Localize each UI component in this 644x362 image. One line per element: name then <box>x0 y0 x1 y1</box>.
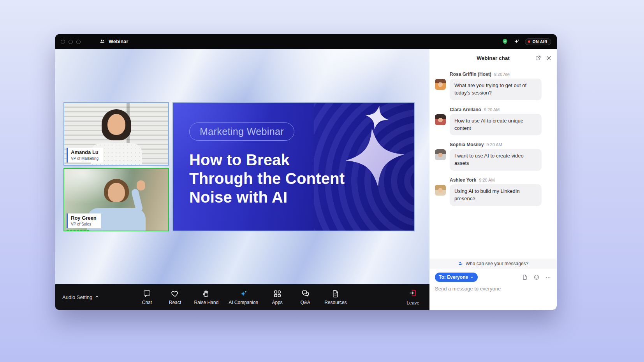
attach-file-icon[interactable] <box>522 274 528 280</box>
chat-message: Ashlee York9:20 AM Using AI to build my … <box>435 177 551 206</box>
titlebar: Webinar ON AIR <box>55 34 557 49</box>
window-zoom-button[interactable] <box>76 40 81 44</box>
stage: Amanda Lu VP of Marketing Roy Green VP o… <box>55 49 429 310</box>
slide-title: How to Break Through the Content Noise w… <box>189 150 345 206</box>
speaker-name-tag: Amanda Lu VP of Marketing <box>67 148 103 163</box>
avatar <box>435 185 446 196</box>
audio-setting-label: Audio Setting <box>62 294 92 300</box>
titlebar-right: ON AIR <box>501 38 551 45</box>
chevron-up-icon <box>95 294 99 300</box>
leave-label: Leave <box>406 300 419 306</box>
chat-title: Webinar chat <box>477 55 510 61</box>
window-title-group: Webinar <box>99 38 128 45</box>
apps-button[interactable]: Apps <box>265 287 289 307</box>
raise-hand-label: Raise Hand <box>194 300 218 305</box>
chat-icon <box>143 289 151 298</box>
chat-message-list: Rosa Griffin (Host)9:20 AM What are you … <box>429 67 557 259</box>
window-title: Webinar <box>109 39 128 44</box>
react-button[interactable]: React <box>163 287 187 307</box>
on-air-label: ON AIR <box>533 40 547 44</box>
raise-hand-button[interactable]: Raise Hand <box>191 287 222 307</box>
message-bubble: Using AI to build my LinkedIn presence <box>450 184 542 206</box>
message-time: 9:20 AM <box>486 142 502 147</box>
speaker-role: VP of Marketing <box>71 156 99 161</box>
slide-star-decoration <box>342 125 407 190</box>
message-time: 9:20 AM <box>494 72 510 77</box>
chat-button[interactable]: Chat <box>135 287 159 307</box>
meeting-toolbar: Audio Setting Chat <box>55 284 429 310</box>
avatar <box>435 79 446 90</box>
qa-label: Q&A <box>301 300 310 305</box>
emoji-icon[interactable] <box>533 274 540 280</box>
chevron-down-icon <box>470 275 474 279</box>
participants-icon <box>99 38 106 45</box>
message-author: Clara Arellano <box>450 107 481 112</box>
security-shield-icon[interactable] <box>501 38 509 45</box>
message-bubble: How to use AI to create unique content <box>450 114 542 136</box>
slide-badge: Marketing Webinar <box>189 122 294 141</box>
webinar-window: Webinar ON AIR <box>55 34 557 310</box>
raise-hand-icon <box>202 289 211 298</box>
ai-sparkle-icon[interactable] <box>513 38 520 45</box>
on-air-dot-icon <box>528 40 530 43</box>
qa-icon <box>301 289 310 298</box>
slide-title-line: How to Break <box>189 150 345 169</box>
message-time: 9:20 AM <box>484 107 500 112</box>
speaker-role: VP of Sales <box>71 222 97 226</box>
speaker-videos: Amanda Lu VP of Marketing Roy Green VP o… <box>63 102 169 231</box>
person-icon <box>458 261 463 267</box>
ai-companion-label: AI Companion <box>229 300 258 305</box>
window-content: Amanda Lu VP of Marketing Roy Green VP o… <box>55 49 557 310</box>
chat-message: Rosa Griffin (Host)9:20 AM What are you … <box>435 72 551 100</box>
to-everyone-selector[interactable]: To: Everyone <box>435 273 478 282</box>
resources-label: Resources <box>324 300 347 305</box>
presentation-slide: Marketing Webinar How to Break Through t… <box>172 102 415 231</box>
leave-icon <box>408 289 417 299</box>
toolbar-buttons: Chat React Raise Hand <box>135 287 350 307</box>
avatar <box>435 149 446 160</box>
heart-icon <box>171 289 179 298</box>
who-can-see-bar: Who can see your messages? <box>429 259 557 269</box>
chat-label: Chat <box>142 300 152 305</box>
chat-message: Clara Arellano9:20 AM How to use AI to c… <box>435 107 551 136</box>
window-close-button[interactable] <box>61 40 65 44</box>
audio-setting-button[interactable]: Audio Setting <box>62 294 99 300</box>
chat-message: Sophia Mosiley9:20 AM I want to use AI t… <box>435 142 551 171</box>
message-author: Rosa Griffin (Host) <box>450 72 491 77</box>
chat-message-input[interactable] <box>435 286 551 292</box>
message-author: Ashlee York <box>450 177 476 183</box>
chat-header: Webinar chat <box>429 49 557 67</box>
window-controls <box>61 40 81 44</box>
resources-button[interactable]: Resources <box>321 287 350 307</box>
active-speaker-indicator <box>67 230 89 231</box>
close-icon[interactable] <box>546 55 552 61</box>
stage-view: Amanda Lu VP of Marketing Roy Green VP o… <box>55 49 429 284</box>
avatar <box>435 114 446 125</box>
qa-button[interactable]: Q&A <box>293 287 317 307</box>
leave-button[interactable]: Leave <box>406 289 419 306</box>
slide-title-line: Through the Content <box>189 169 345 188</box>
message-time: 9:20 AM <box>479 178 494 182</box>
desktop-background: Webinar ON AIR <box>0 0 644 362</box>
message-author: Sophia Mosiley <box>450 142 484 147</box>
resources-icon <box>331 289 340 298</box>
apps-icon <box>273 289 282 298</box>
window-minimize-button[interactable] <box>69 40 73 44</box>
message-bubble: I want to use AI to create video assets <box>450 149 542 171</box>
apps-label: Apps <box>272 300 283 305</box>
react-label: React <box>169 300 181 305</box>
on-air-badge: ON AIR <box>525 38 551 45</box>
who-can-see-label: Who can see your messages? <box>466 261 528 266</box>
video-tile-roy[interactable]: Roy Green VP of Sales <box>63 168 169 231</box>
speaker-name: Amanda Lu <box>71 150 99 156</box>
speaker-name: Roy Green <box>71 215 97 221</box>
more-options-icon[interactable] <box>545 274 551 280</box>
chat-panel: Webinar chat Rosa Griffin <box>429 49 557 310</box>
pop-out-icon[interactable] <box>535 55 541 61</box>
video-tile-amanda[interactable]: Amanda Lu VP of Marketing <box>63 102 169 166</box>
message-bubble: What are you trying to get out of today'… <box>450 79 542 100</box>
slide-title-line: Noise with AI <box>189 188 345 206</box>
to-everyone-label: To: Everyone <box>439 275 468 280</box>
chat-composer: To: Everyone <box>429 269 557 310</box>
ai-companion-button[interactable]: AI Companion <box>225 287 261 307</box>
